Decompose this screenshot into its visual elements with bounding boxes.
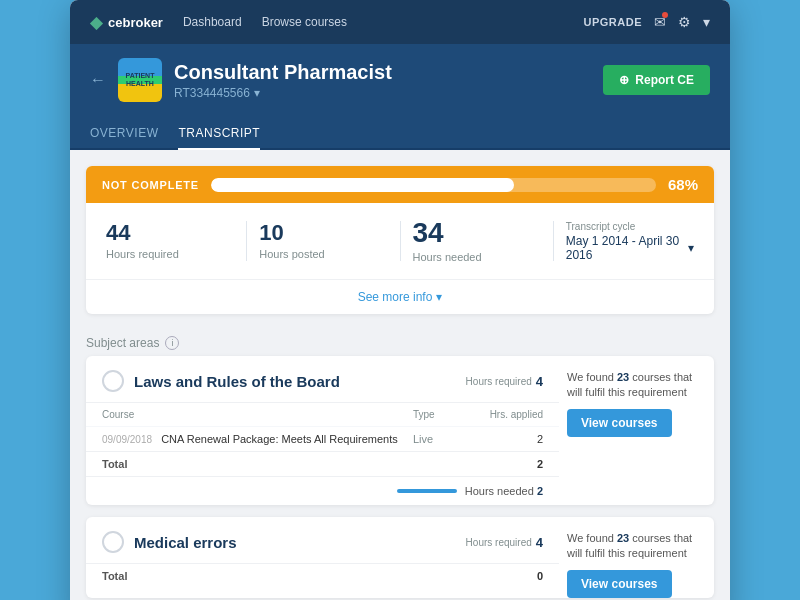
nav-left: ◆ cebroker Dashboard Browse courses (90, 13, 347, 32)
report-icon: ⊕ (619, 73, 629, 87)
subject-card-left-2: Medical errors (102, 531, 237, 553)
cycle-chevron-icon[interactable]: ▾ (688, 241, 694, 255)
notification-dot (662, 12, 668, 18)
see-more-label: See more info (358, 290, 433, 304)
hours-needed-label: Hours needed (413, 251, 541, 263)
subject-areas-header: Subject areas i (70, 326, 730, 356)
subject-card-left: Laws and Rules of the Board (102, 370, 340, 392)
total-row-2: Total 0 (86, 563, 559, 588)
row-type: Live (413, 433, 483, 445)
logo-label: PATIENTHEALTH (126, 72, 155, 87)
found-text1-2: We found (567, 532, 617, 544)
hours-required-value: 44 (106, 222, 234, 244)
progress-track (211, 178, 656, 192)
subject-areas-label: Subject areas (86, 336, 159, 350)
nav-right: UPGRADE ✉ ⚙ ▾ (583, 14, 710, 30)
table-row: 09/09/2018 CNA Renewal Package: Meets Al… (86, 426, 559, 451)
cycle-value-text: May 1 2014 - April 30 2016 (566, 234, 684, 262)
license-id-text: RT334445566 (174, 86, 250, 100)
stats-row: 44 Hours required 10 Hours posted 34 Hou… (86, 203, 714, 279)
header-left: ← PATIENTHEALTH Consultant Pharmacist RT… (90, 58, 392, 102)
gear-icon[interactable]: ⚙ (678, 14, 691, 30)
back-button[interactable]: ← (90, 71, 106, 89)
report-btn-label: Report CE (635, 73, 694, 87)
row-date: 09/09/2018 (102, 434, 152, 445)
stat-hours-posted: 10 Hours posted (259, 222, 387, 260)
cycle-info: Transcript cycle May 1 2014 - April 30 2… (566, 221, 694, 262)
hours-posted-value: 10 (259, 222, 387, 244)
hours-required-val-2: 4 (536, 535, 543, 550)
tab-transcript[interactable]: TRANSCRIPT (178, 116, 260, 150)
upgrade-button[interactable]: UPGRADE (583, 16, 642, 28)
total-row: Total 2 (86, 451, 559, 476)
row-course: 09/09/2018 CNA Renewal Package: Meets Al… (102, 433, 413, 445)
see-more-button[interactable]: See more info ▾ (86, 279, 714, 314)
hours-needed-text: Hours needed 2 (465, 485, 543, 497)
report-ce-button[interactable]: ⊕ Report CE (603, 65, 710, 95)
license-logo: PATIENTHEALTH (118, 58, 162, 102)
card-side-2: We found 23 courses that will fulfil thi… (559, 517, 714, 598)
hours-needed-bar (397, 489, 457, 493)
hours-needed-static: Hours needed (465, 485, 534, 497)
found-num: 23 (617, 371, 629, 383)
nav-dashboard[interactable]: Dashboard (183, 15, 242, 29)
page-header: ← PATIENTHEALTH Consultant Pharmacist RT… (70, 44, 730, 116)
subject-card-header: Laws and Rules of the Board Hours requir… (86, 356, 559, 402)
progress-fill (211, 178, 514, 192)
row-course-name: CNA Renewal Package: Meets All Requireme… (161, 433, 398, 445)
subject-info-icon[interactable]: i (165, 336, 179, 350)
page-title: Consultant Pharmacist (174, 61, 392, 84)
cycle-label: Transcript cycle (566, 221, 694, 232)
hours-needed-row: Hours needed 2 (86, 476, 559, 505)
total-label-2: Total (102, 570, 537, 582)
stat-divider-2 (400, 221, 401, 261)
found-courses-text: We found 23 courses that will fulfil thi… (567, 370, 698, 401)
hours-needed-val: 2 (537, 485, 543, 497)
tab-overview[interactable]: OVERVIEW (90, 116, 158, 150)
tab-bar: OVERVIEW TRANSCRIPT (70, 116, 730, 150)
col-hrs: Hrs. applied (483, 409, 543, 420)
view-courses-button[interactable]: View courses (567, 409, 672, 437)
view-courses-button-2[interactable]: View courses (567, 570, 672, 598)
table-header: Course Type Hrs. applied (86, 402, 559, 426)
navigation-bar: ◆ cebroker Dashboard Browse courses UPGR… (70, 0, 730, 44)
card-side: We found 23 courses that will fulfil thi… (559, 356, 714, 505)
stat-divider-3 (553, 221, 554, 261)
row-hrs: 2 (483, 433, 543, 445)
total-val: 2 (537, 458, 543, 470)
found-courses-text-2: We found 23 courses that will fulfil thi… (567, 531, 698, 562)
progress-bar-container: NOT COMPLETE 68% (86, 166, 714, 203)
progress-status-label: NOT COMPLETE (102, 179, 199, 191)
license-dropdown-icon[interactable]: ▾ (254, 86, 260, 100)
progress-section: NOT COMPLETE 68% 44 Hours required 10 Ho… (86, 166, 714, 314)
subject-card-header-2: Medical errors Hours required 4 (86, 517, 559, 563)
stat-divider-1 (246, 221, 247, 261)
col-course: Course (102, 409, 413, 420)
logo[interactable]: ◆ cebroker (90, 13, 163, 32)
subject-name: Laws and Rules of the Board (134, 373, 340, 390)
license-id: RT334445566 ▾ (174, 86, 392, 100)
see-more-icon: ▾ (436, 290, 442, 304)
total-label: Total (102, 458, 537, 470)
hours-required-label: Hours required (466, 376, 532, 387)
subject-name-2: Medical errors (134, 534, 237, 551)
header-info: Consultant Pharmacist RT334445566 ▾ (174, 61, 392, 100)
nav-chevron-icon[interactable]: ▾ (703, 14, 710, 30)
logo-icon: ◆ (90, 13, 102, 32)
subject-card-medical: Medical errors Hours required 4 Total 0 (86, 517, 714, 598)
subject-circle-2 (102, 531, 124, 553)
hours-required-val: 4 (536, 374, 543, 389)
total-val-2: 0 (537, 570, 543, 582)
nav-browse-courses[interactable]: Browse courses (262, 15, 347, 29)
cycle-value: May 1 2014 - April 30 2016 ▾ (566, 234, 694, 262)
progress-percentage: 68% (668, 176, 698, 193)
mail-icon[interactable]: ✉ (654, 14, 666, 30)
stat-hours-required: 44 Hours required (106, 222, 234, 260)
hours-posted-label: Hours posted (259, 248, 387, 260)
subject-card-laws: Laws and Rules of the Board Hours requir… (86, 356, 714, 505)
stat-hours-needed: 34 Hours needed (413, 219, 541, 263)
hours-required-label: Hours required (106, 248, 234, 260)
col-type: Type (413, 409, 483, 420)
subject-circle (102, 370, 124, 392)
found-text1: We found (567, 371, 617, 383)
